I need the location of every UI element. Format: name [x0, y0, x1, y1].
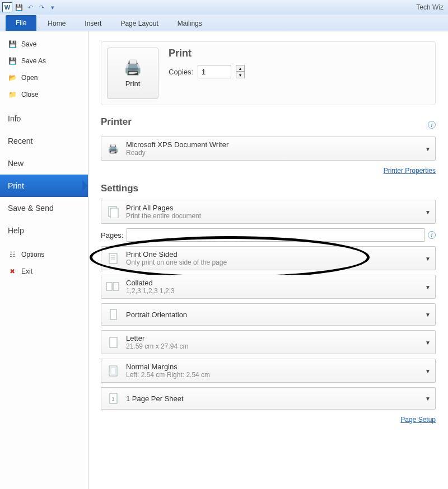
folder-close-icon: 📁: [8, 90, 17, 99]
print-button-label: Print: [125, 79, 141, 88]
sidebar-save-as[interactable]: 💾Save As: [0, 53, 88, 69]
sidebar-item-label: Recent: [8, 137, 32, 145]
chevron-down-icon: ▼: [425, 145, 431, 152]
orientation-title: Portrait Orientation: [126, 311, 187, 319]
chevron-down-icon: ▼: [425, 255, 431, 261]
orientation-selector[interactable]: Portrait Orientation ▼: [101, 303, 436, 326]
title-bar: W 💾 ↶ ↷ ▾ Tech Wiz: [0, 0, 448, 15]
word-app-icon: W: [2, 2, 12, 12]
sidebar-item-label: Close: [21, 91, 39, 98]
print-range-selector[interactable]: Print All Pages Print the entire documen…: [101, 200, 436, 224]
collation-title: Collated: [126, 279, 175, 287]
sidebar-save[interactable]: 💾Save: [0, 36, 88, 53]
pages-per-sheet-selector[interactable]: 1 1 Page Per Sheet ▼: [101, 387, 436, 410]
margins-selector[interactable]: Normal Margins Left: 2.54 cm Right: 2.54…: [101, 359, 436, 383]
tab-home[interactable]: Home: [40, 16, 73, 31]
pages-per-sheet-title: 1 Page Per Sheet: [126, 394, 184, 403]
sides-sub: Only print on one side of the page: [126, 258, 227, 266]
tab-insert[interactable]: Insert: [77, 16, 109, 31]
sidebar-item-label: Help: [8, 226, 24, 235]
margins-title: Normal Margins: [126, 363, 210, 371]
sidebar-recent[interactable]: Recent: [0, 130, 88, 152]
save-as-icon: 💾: [8, 57, 17, 65]
tab-mailings[interactable]: Mailings: [170, 16, 210, 31]
svg-rect-2: [109, 253, 117, 264]
copies-input[interactable]: [198, 65, 231, 78]
chevron-down-icon: ▼: [425, 339, 431, 345]
print-range-sub: Print the entire document: [126, 212, 201, 220]
svg-rect-9: [110, 337, 117, 347]
sidebar-item-label: Print: [8, 181, 24, 190]
print-heading: Print: [169, 48, 245, 59]
collated-icon: [106, 280, 120, 294]
printer-selector[interactable]: 🖨️ Microsoft XPS Document Writer Ready ▼: [101, 137, 436, 161]
sidebar-item-label: Info: [8, 114, 21, 123]
printer-device-icon: 🖨️: [106, 142, 120, 156]
pages-label: Pages:: [101, 231, 123, 239]
backstage-content: 🖨️ Print Print Copies: ▲ ▼ Printer i: [88, 31, 448, 489]
chevron-down-icon: ▼: [425, 368, 431, 374]
quick-access-toolbar: 💾 ↶ ↷ ▾: [15, 3, 57, 12]
sides-selector[interactable]: Print One Sided Only print on one side o…: [101, 246, 436, 270]
paper-size-icon: [106, 335, 120, 350]
qat-save-icon[interactable]: 💾: [15, 3, 24, 12]
document-title: Tech Wiz: [416, 3, 446, 11]
sidebar-item-label: Open: [21, 74, 38, 82]
sidebar-exit[interactable]: ✖Exit: [0, 263, 88, 280]
svg-rect-8: [110, 309, 116, 319]
pages-per-sheet-icon: 1: [106, 391, 120, 406]
exit-icon: ✖: [8, 267, 17, 276]
collation-selector[interactable]: Collated 1,2,3 1,2,3 1,2,3 ▼: [101, 275, 436, 299]
paper-size-sub: 21.59 cm x 27.94 cm: [126, 342, 188, 350]
collation-sub: 1,2,3 1,2,3 1,2,3: [126, 287, 175, 295]
copies-spinner: ▲ ▼: [236, 65, 245, 78]
sidebar-save-send[interactable]: Save & Send: [0, 197, 88, 219]
margins-sub: Left: 2.54 cm Right: 2.54 cm: [126, 371, 210, 379]
printer-properties-link[interactable]: Printer Properties: [384, 167, 436, 175]
tab-file[interactable]: File: [6, 15, 36, 31]
sidebar-item-label: Save & Send: [8, 204, 54, 213]
sidebar-item-label: Save As: [21, 57, 46, 65]
page-setup-link[interactable]: Page Setup: [400, 416, 436, 424]
sidebar-item-label: Save: [21, 40, 36, 48]
save-icon: 💾: [8, 40, 17, 49]
margins-icon: [106, 364, 120, 378]
svg-text:1: 1: [111, 396, 114, 402]
chevron-down-icon: ▼: [425, 396, 431, 402]
chevron-down-icon: ▼: [425, 209, 431, 215]
folder-open-icon: 📂: [8, 73, 17, 82]
sidebar-close[interactable]: 📁Close: [0, 86, 88, 103]
copies-spin-down[interactable]: ▼: [236, 72, 245, 78]
qat-redo-icon[interactable]: ↷: [37, 3, 46, 12]
sidebar-new[interactable]: New: [0, 152, 88, 175]
settings-section-heading: Settings: [101, 183, 436, 194]
pages-input[interactable]: [127, 228, 424, 242]
one-sided-icon: [106, 251, 120, 266]
pages-info-icon[interactable]: i: [428, 231, 436, 239]
pages-all-icon: [106, 205, 120, 219]
sidebar-print[interactable]: Print: [0, 175, 88, 197]
sidebar-open[interactable]: 📂Open: [0, 69, 88, 86]
copies-label: Copies:: [169, 68, 193, 76]
chevron-down-icon: ▼: [425, 312, 431, 318]
svg-rect-7: [113, 283, 119, 290]
printer-info-icon[interactable]: i: [428, 121, 436, 129]
print-header-block: 🖨️ Print Print Copies: ▲ ▼: [101, 41, 436, 105]
chevron-down-icon: ▼: [425, 284, 431, 290]
printer-icon: 🖨️: [124, 59, 142, 76]
sidebar-options[interactable]: ☷Options: [0, 246, 88, 263]
paper-size-selector[interactable]: Letter 21.59 cm x 27.94 cm ▼: [101, 330, 436, 354]
paper-size-title: Letter: [126, 334, 188, 342]
sidebar-item-label: Options: [21, 251, 44, 258]
svg-rect-1: [110, 208, 118, 218]
tab-page-layout[interactable]: Page Layout: [113, 16, 166, 31]
sidebar-item-label: New: [8, 159, 24, 168]
print-button[interactable]: 🖨️ Print: [107, 48, 158, 99]
copies-spin-up[interactable]: ▲: [236, 65, 245, 72]
sidebar-help[interactable]: Help: [0, 219, 88, 242]
qat-undo-icon[interactable]: ↶: [26, 3, 35, 12]
options-icon: ☷: [8, 250, 17, 259]
sidebar-info[interactable]: Info: [0, 107, 88, 130]
print-range-title: Print All Pages: [126, 204, 201, 212]
qat-customize-icon[interactable]: ▾: [48, 3, 57, 12]
